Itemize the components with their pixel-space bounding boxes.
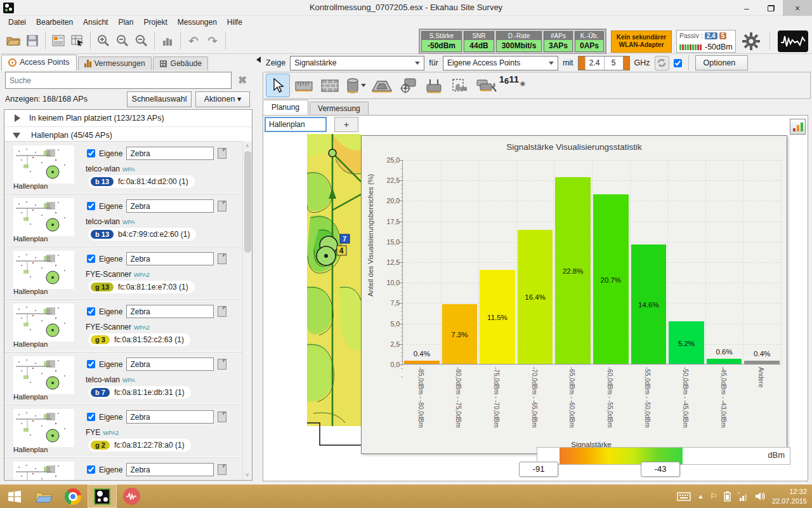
tab-access-points[interactable]: Access Points xyxy=(1,55,77,70)
export-grid-button[interactable] xyxy=(69,32,86,50)
tab-gebaeude[interactable]: Gebäude xyxy=(153,57,208,70)
save-button[interactable] xyxy=(23,32,41,50)
band-selector[interactable]: 2.4 5 xyxy=(578,56,630,70)
chrome-button[interactable] xyxy=(58,485,88,508)
start-button[interactable] xyxy=(0,485,29,508)
ap-card[interactable]: Hallenplan Eigene telco-wlanWPA b 7 xyxy=(4,352,242,404)
zoom-in-button[interactable] xyxy=(95,32,112,50)
copy-page-icon[interactable] xyxy=(218,306,226,317)
statistics-button[interactable] xyxy=(159,32,176,50)
menu-bearbeiten[interactable]: Bearbeiten xyxy=(32,17,77,28)
ap-own-checkbox[interactable] xyxy=(87,413,95,421)
range-max-box[interactable]: -43 xyxy=(641,462,680,477)
clear-search-button[interactable]: ✖ xyxy=(235,73,250,88)
ap-name-input[interactable] xyxy=(126,252,214,265)
add-ap-tool[interactable] xyxy=(422,74,446,97)
attenuation-area-tool[interactable] xyxy=(344,74,368,97)
copy-page-icon[interactable] xyxy=(218,148,226,159)
auto-place-aps-tool[interactable] xyxy=(474,74,498,97)
file-explorer-button[interactable] xyxy=(29,485,58,508)
copy-page-icon[interactable] xyxy=(218,464,226,475)
quick-select-button[interactable]: Schnellauswahl xyxy=(127,91,192,107)
ap-own-checkbox[interactable] xyxy=(87,360,95,368)
floor-plan-select[interactable]: Hallenplan xyxy=(265,117,327,132)
minimize-button[interactable]: – xyxy=(735,0,759,16)
tab-vermessung[interactable]: Vermessung xyxy=(310,102,369,115)
tree-group-unplaced[interactable]: In keinem Plan platziert (123/123 APs) xyxy=(4,110,252,127)
ap-own-checkbox[interactable] xyxy=(87,255,95,263)
visualization-select[interactable]: Signalstärke xyxy=(290,56,424,70)
range-min-box[interactable]: -91 xyxy=(519,462,558,477)
chevron-down-icon[interactable] xyxy=(361,84,366,87)
copy-page-icon[interactable] xyxy=(218,201,226,211)
passive-scan-box[interactable]: Passiv : 2.4 5 -50dBm xyxy=(676,30,736,53)
ap-filter-select[interactable]: Eigene Access Points xyxy=(443,56,558,70)
battery-icon[interactable] xyxy=(724,491,731,502)
close-button[interactable]: × xyxy=(783,0,812,16)
ap-name-input[interactable] xyxy=(126,199,214,213)
ap-card[interactable]: Hallenplan Eigene telco-wlanWPA b 13 xyxy=(4,194,242,246)
select-area-tool[interactable] xyxy=(448,74,472,97)
heatmap[interactable]: 7 4 xyxy=(307,134,361,450)
search-input[interactable] xyxy=(5,72,232,89)
floor-plan-area[interactable]: Hallenplan + xyxy=(263,115,808,481)
ap-card[interactable]: Hallenplan Eigene xyxy=(4,457,242,480)
ap-name-input[interactable] xyxy=(126,410,214,424)
scrollbar-thumb[interactable] xyxy=(244,151,251,253)
copy-page-icon[interactable] xyxy=(218,359,226,370)
menu-hilfe[interactable]: Hilfe xyxy=(223,17,247,28)
ap-own-checkbox[interactable] xyxy=(87,149,95,157)
ap-card[interactable]: Hallenplan Eigene FYEWPA2 g 2 fc:0 xyxy=(4,404,242,457)
tab-planung[interactable]: Planung xyxy=(263,100,308,115)
zone-tool[interactable] xyxy=(370,74,394,97)
ap-own-checkbox[interactable] xyxy=(87,465,95,474)
restore-button[interactable] xyxy=(759,0,783,16)
scroll-up-icon[interactable]: ˄ xyxy=(244,143,251,149)
taskbar-clock[interactable]: 12:32 22.07.2015 xyxy=(772,487,807,505)
settings-button[interactable] xyxy=(741,31,761,51)
ap-name-input[interactable] xyxy=(126,305,214,318)
ap-name-input[interactable] xyxy=(126,147,214,160)
recorder-app-button[interactable] xyxy=(117,485,146,508)
zoom-out-button[interactable] xyxy=(114,32,131,50)
ap-own-checkbox[interactable] xyxy=(87,307,95,316)
tab-vermessungen[interactable]: Vermessungen xyxy=(78,57,152,70)
redo-button[interactable]: ↷ xyxy=(204,32,221,50)
ap-name-input[interactable] xyxy=(126,463,214,476)
add-plan-button[interactable]: + xyxy=(334,117,358,132)
collapse-panel-icon[interactable] xyxy=(256,57,261,63)
menu-plan[interactable]: Plan xyxy=(114,17,138,28)
auto-refresh-checkbox[interactable] xyxy=(674,59,682,67)
place-ap-tool[interactable] xyxy=(396,74,420,97)
menu-datei[interactable]: Datei xyxy=(4,17,30,28)
select-tool[interactable] xyxy=(266,74,290,97)
toggle-statistics-button[interactable] xyxy=(790,119,806,135)
refresh-button[interactable] xyxy=(655,56,669,70)
band-5-cell[interactable]: 5 xyxy=(604,57,623,70)
ap-card[interactable]: Hallenplan Eigene FYE-ScannerWPA2 g 13 xyxy=(4,246,242,299)
menu-messungen[interactable]: Messungen xyxy=(173,17,221,28)
zoom-fit-button[interactable] xyxy=(133,32,150,50)
panel-divider[interactable] xyxy=(255,54,263,485)
ap-own-checkbox[interactable] xyxy=(87,202,95,210)
adapter-warning[interactable]: Kein sekundärerWLAN-Adapter xyxy=(611,30,672,53)
speaker-icon[interactable] xyxy=(755,491,766,501)
actions-button[interactable]: Aktionen ▾ xyxy=(195,91,250,107)
wall-tool[interactable] xyxy=(318,74,342,97)
open-button[interactable] xyxy=(4,32,22,50)
ap-card[interactable]: Hallenplan Eigene FYE-ScannerWPA2 g 3 xyxy=(4,299,242,352)
ap-list-scrollbar[interactable]: ˄ ˅ xyxy=(242,141,252,480)
undo-button[interactable]: ↶ xyxy=(185,32,202,50)
menu-projekt[interactable]: Projekt xyxy=(139,17,171,28)
band-24-cell[interactable]: 2.4 xyxy=(585,57,604,70)
show-hidden-icons[interactable]: ▲ xyxy=(697,493,704,500)
copy-page-icon[interactable] xyxy=(218,411,226,422)
action-center-flag-icon[interactable]: ⚐ xyxy=(710,491,717,501)
ap-name-input[interactable] xyxy=(126,358,214,371)
auto-channel-tool[interactable]: 1611✳ xyxy=(500,74,524,97)
copy-page-icon[interactable] xyxy=(218,253,226,264)
menu-ansicht[interactable]: Ansicht xyxy=(79,17,112,28)
ap-card[interactable]: Hallenplan Eigene telco-wlanWPA b 13 xyxy=(4,141,242,194)
touch-keyboard-icon[interactable] xyxy=(677,492,691,501)
ekahau-taskbar-button[interactable] xyxy=(88,485,117,508)
